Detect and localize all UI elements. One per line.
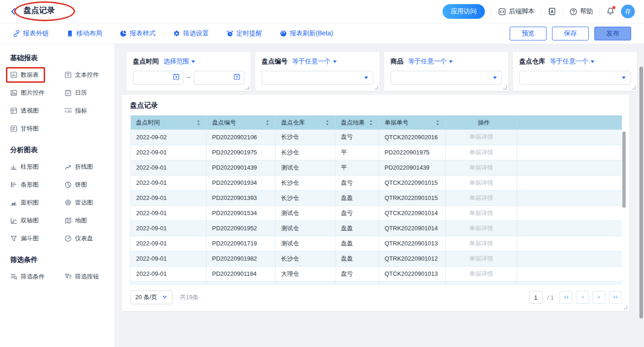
- filter-card[interactable]: 盘点时间 选择范围 ~: [126, 52, 251, 91]
- column-header-label: 盘点仓库: [281, 119, 305, 126]
- notification-button[interactable]: [606, 7, 615, 17]
- doc-detail-link[interactable]: 单据详情: [446, 190, 517, 205]
- table-row[interactable]: 2022-09-01 PD20220901719 测试仓 盘盈 QTRK2022…: [131, 236, 622, 251]
- table-panel[interactable]: 盘点记录 盘点时间: [122, 95, 629, 311]
- widget-item-label: 甘特图: [21, 125, 39, 133]
- widget-item[interactable]: 日历: [64, 89, 89, 97]
- filter-select[interactable]: [391, 71, 502, 85]
- menu-item[interactable]: 报表外链: [13, 29, 49, 38]
- column-header[interactable]: 盘点时间: [131, 115, 207, 130]
- pagination-bar: 20 条/页 共19条 1 / 1: [130, 290, 622, 305]
- menu-item[interactable]: 筛选设置: [173, 29, 209, 38]
- prev-page-button[interactable]: [576, 291, 589, 304]
- sort-icon[interactable]: [369, 119, 373, 126]
- widget-item[interactable]: 仪表盘: [64, 234, 95, 243]
- doc-detail-link[interactable]: 单据详情: [446, 175, 517, 190]
- menu-item[interactable]: 报表样式: [120, 29, 155, 38]
- back-icon[interactable]: [9, 7, 17, 16]
- widget-item[interactable]: 饼图: [64, 181, 89, 189]
- widget-item[interactable]: 甘特图: [10, 125, 40, 133]
- widget-item[interactable]: 雷达图: [64, 199, 95, 207]
- doc-detail-link[interactable]: 单据详情: [446, 145, 517, 160]
- column-header-label: 操作: [478, 119, 490, 126]
- table-row[interactable]: 2022-09-01 PD20220901952 测试仓 盘盈 QTRK2022…: [131, 221, 622, 236]
- widget-item[interactable]: 数据表: [10, 71, 40, 79]
- doc-detail-link[interactable]: 单据详情: [446, 205, 517, 221]
- filter-operator[interactable]: 选择范围: [163, 57, 196, 66]
- widget-item[interactable]: 文本控件: [64, 71, 101, 79]
- sort-icon[interactable]: [436, 119, 440, 126]
- widget-item[interactable]: 漏斗图: [10, 234, 40, 243]
- table-row[interactable]: 2022-09-01 PD20220901982 长沙仓 盘盈 QTRK2022…: [131, 251, 622, 266]
- filter-operator[interactable]: 等于任意一个: [292, 57, 337, 66]
- doc-detail-link[interactable]: 单据详情: [446, 221, 517, 236]
- filter-card[interactable]: 商品 等于任意一个: [384, 52, 508, 91]
- window-scrollbar-thumb[interactable]: [639, 67, 643, 319]
- column-header[interactable]: 操作: [446, 115, 517, 130]
- widget-item[interactable]: 条形图: [10, 181, 40, 189]
- doc-detail-link[interactable]: 单据详情: [446, 130, 517, 145]
- column-header[interactable]: 盘点结果: [335, 115, 379, 130]
- menu-item[interactable]: 报表刷新(Beta): [280, 29, 333, 38]
- column-header[interactable]: 盘点仓库: [276, 115, 335, 130]
- widget-item[interactable]: 图片控件: [10, 89, 46, 97]
- widget-item[interactable]: 地图: [64, 216, 89, 225]
- table-row[interactable]: 2022-09-01 PD20220901534 测试仓 盘亏 QTCK2022…: [131, 205, 622, 221]
- doc-detail-link[interactable]: [446, 281, 517, 285]
- table-row[interactable]: 2022-09-01 PD20220901934 长沙仓 盘亏 QTCK2022…: [131, 175, 622, 190]
- widget-item[interactable]: 柱形图: [10, 163, 40, 171]
- widget-item[interactable]: 4,80 指标: [64, 107, 89, 115]
- doc-detail-link[interactable]: 单据详情: [446, 236, 517, 251]
- first-page-button[interactable]: [559, 291, 572, 304]
- column-header[interactable]: 单据单号: [379, 115, 446, 130]
- table-row[interactable]: 2022-09-01 PD20220901439 测试仓 平 PD2022090…: [131, 160, 622, 175]
- table-row[interactable]: 2022-09-02 PD20220902106 长沙仓 盘亏 QTCK2022…: [131, 130, 622, 145]
- filter-card-head: 盘点编号 等于任意一个: [262, 57, 373, 66]
- sort-icon[interactable]: [265, 119, 270, 126]
- filter-select[interactable]: [262, 71, 373, 85]
- date-input-start[interactable]: [133, 71, 184, 85]
- column-header[interactable]: [517, 115, 622, 130]
- help-button[interactable]: 帮助: [569, 7, 593, 16]
- save-button[interactable]: 保存: [552, 27, 589, 40]
- next-page-button[interactable]: [592, 291, 605, 304]
- widget-item[interactable]: 折线图: [64, 163, 95, 171]
- date-input-end[interactable]: [194, 71, 244, 85]
- filter-card[interactable]: 盘点编号 等于任意一个: [255, 52, 380, 91]
- sort-icon[interactable]: [196, 119, 201, 126]
- widget-item[interactable]: 双轴图: [10, 216, 40, 225]
- backend-script-button[interactable]: 后端脚本: [498, 7, 535, 16]
- table-row[interactable]: [131, 281, 622, 285]
- section-items: 柱形图 折线图 条形图: [10, 163, 115, 243]
- page-size-select[interactable]: 20 条/页: [130, 290, 172, 304]
- widget-item[interactable]: 筛选按钮: [64, 273, 101, 281]
- menu-item[interactable]: 移动布局: [66, 29, 102, 38]
- page-title[interactable]: 盘点记录: [22, 5, 56, 18]
- filter-operator[interactable]: 等于任意一个: [550, 57, 595, 66]
- doc-detail-link[interactable]: 单据详情: [446, 266, 517, 281]
- widget-item[interactable]: 透视图: [10, 107, 40, 115]
- filter-card[interactable]: 盘点仓库 等于任意一个: [513, 52, 637, 91]
- table-row[interactable]: 2022-09-01 PD20220901393 长沙仓 盘盈 QTRK2022…: [131, 190, 622, 205]
- last-page-button[interactable]: [609, 291, 622, 304]
- sort-icon[interactable]: [325, 119, 329, 126]
- table-row[interactable]: 2022-09-01 PD20220901975 长沙仓 平 PD2022090…: [131, 145, 622, 160]
- widget-item[interactable]: 面积图: [10, 199, 40, 207]
- page-input[interactable]: 1: [529, 291, 543, 304]
- table-row[interactable]: 2022-09-01 PD20220901184 大理仓 盘亏 QTCK2022…: [131, 266, 622, 281]
- doc-detail-link[interactable]: 单据详情: [446, 251, 517, 266]
- contact-book-button[interactable]: [548, 7, 556, 16]
- caret-down-icon: [590, 58, 595, 65]
- preview-button[interactable]: 预览: [510, 27, 546, 40]
- table-scrollbar-thumb[interactable]: [622, 131, 626, 208]
- filter-operator[interactable]: 等于任意一个: [408, 57, 453, 66]
- widget-item[interactable]: 筛选条件: [10, 273, 46, 281]
- menu-item[interactable]: 定时提醒: [226, 29, 262, 38]
- filter-operator-label: 等于任意一个: [550, 57, 588, 66]
- app-access-button[interactable]: 应用访问: [443, 4, 485, 19]
- avatar[interactable]: 存: [621, 5, 635, 18]
- publish-button[interactable]: 发布: [594, 27, 631, 40]
- column-header[interactable]: 盘点编号: [207, 115, 276, 130]
- filter-select[interactable]: [519, 71, 631, 85]
- doc-detail-link[interactable]: 单据详情: [446, 160, 517, 175]
